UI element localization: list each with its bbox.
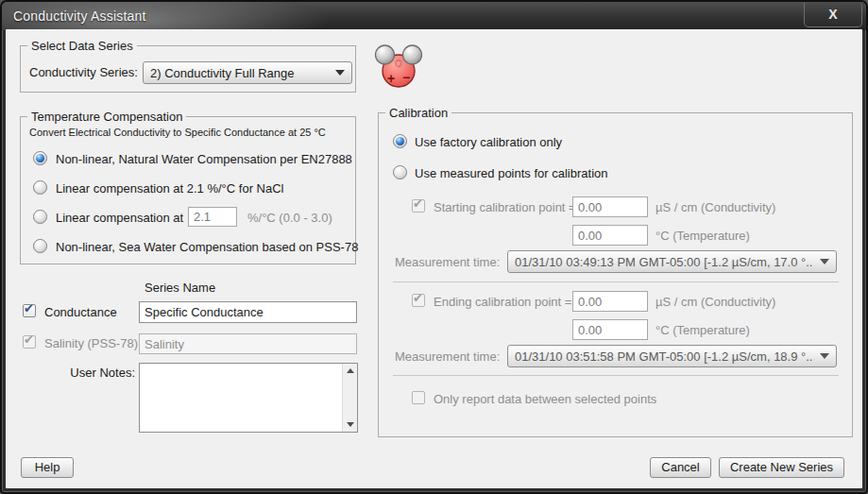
custom-compensation-input [188, 207, 237, 227]
salinity-checkbox: ✔ [23, 335, 36, 349]
starting-conductivity-unit: µS / cm (Conductivity) [655, 200, 775, 214]
radio-factory-calibration-label[interactable]: Use factory calibration only [415, 135, 562, 149]
check-icon: ✔ [413, 196, 423, 211]
starting-point-label: Starting calibration point = [434, 200, 576, 214]
starting-point-checkbox: ✔ [412, 199, 425, 213]
ending-temperature-input [572, 319, 648, 340]
plus-icon: + [387, 71, 395, 86]
radio-linear-nacl-label[interactable]: Linear compensation at 2.1 %/°C for NaCl [56, 181, 283, 196]
ending-conductivity-input [572, 291, 648, 312]
minus-icon: − [402, 70, 410, 85]
only-report-checkbox [412, 391, 425, 404]
select-data-series-group: Select Data Series Conductivity Series: … [20, 45, 356, 93]
user-notes-textarea[interactable] [140, 364, 341, 432]
starting-conductivity-input [572, 196, 648, 217]
ending-measurement-time-value: 01/31/10 03:51:58 PM GMT-05:00 [-1.2 µS/… [508, 349, 813, 364]
calibration-separator [393, 375, 839, 376]
user-notes-label: User Notes: [25, 366, 135, 380]
starting-measurement-time-value: 01/31/10 03:49:13 PM GMT-05:00 [-1.2 µS/… [508, 255, 813, 269]
radio-linear-custom-label[interactable]: Linear compensation at [56, 211, 183, 225]
user-notes-box [139, 363, 358, 433]
ending-point-checkbox: ✔ [412, 294, 425, 307]
starting-temperature-unit: °C (Temperature) [655, 229, 750, 243]
conductivity-assistant-dialog: Conductivity Assistant X Select Data Ser… [0, 0, 868, 494]
scroll-down-icon[interactable] [343, 417, 358, 432]
calibration-group: Calibration Use factory calibration only… [378, 112, 853, 437]
conductivity-series-dropdown[interactable]: 2) Conductivity Full Range [143, 61, 352, 84]
title-bar: Conductivity Assistant X [2, 2, 866, 30]
temperature-compensation-group-title: Temperature Compensation [27, 110, 186, 124]
conductance-name-input[interactable] [139, 301, 357, 323]
radio-nonlinear-natural-water[interactable] [33, 151, 47, 165]
temperature-compensation-group: Temperature Compensation Convert Electri… [20, 116, 356, 264]
cancel-button[interactable]: Cancel [650, 457, 711, 478]
only-report-checkbox-label: Only report data between selected points [434, 392, 656, 406]
calibration-separator [393, 281, 839, 282]
check-icon: ✔ [413, 291, 423, 305]
dropdown-arrow-icon [813, 353, 836, 359]
ending-measurement-time-dropdown: 01/31/10 03:51:58 PM GMT-05:00 [-1.2 µS/… [507, 345, 837, 367]
salinity-checkbox-label: Salinity (PSS-78) [44, 336, 138, 350]
conductivity-series-label: Conductivity Series: [29, 65, 138, 79]
close-icon: X [828, 7, 837, 22]
starting-measurement-time-dropdown: 01/31/10 03:49:13 PM GMT-05:00 [-1.2 µS/… [507, 250, 837, 273]
dialog-content: Select Data Series Conductivity Series: … [6, 29, 862, 488]
ending-measurement-time-label: Measurement time: [395, 349, 500, 364]
select-data-series-group-title: Select Data Series [27, 39, 137, 53]
water-molecule-icon: O + − [374, 43, 423, 92]
window-title: Conductivity Assistant [13, 9, 146, 24]
create-new-series-button[interactable]: Create New Series [719, 457, 844, 478]
dropdown-arrow-icon [813, 259, 836, 264]
dropdown-arrow-icon [329, 70, 351, 76]
starting-measurement-time-label: Measurement time: [395, 255, 500, 269]
oxygen-label: O [395, 59, 402, 69]
check-icon: ✔ [24, 301, 34, 315]
starting-temperature-input [572, 225, 648, 246]
ending-point-label: Ending calibration point = [434, 295, 571, 309]
conductivity-series-value: 2) Conductivity Full Range [144, 66, 329, 80]
radio-nonlinear-sea-water-label[interactable]: Non-linear, Sea Water Compensation based… [56, 240, 358, 254]
conductance-checkbox[interactable]: ✔ [23, 304, 36, 317]
check-icon: ✔ [24, 332, 34, 347]
scroll-up-icon[interactable] [343, 364, 358, 378]
radio-linear-custom[interactable] [33, 210, 47, 224]
radio-factory-calibration[interactable] [393, 134, 407, 148]
ending-conductivity-unit: µS / cm (Conductivity) [655, 295, 775, 309]
help-button[interactable]: Help [21, 457, 74, 478]
radio-nonlinear-natural-water-label[interactable]: Non-linear, Natural Water Compensation p… [56, 152, 352, 166]
close-button[interactable]: X [804, 2, 862, 27]
salinity-name-input [139, 333, 357, 354]
custom-compensation-unit-label: %/°C (0.0 - 3.0) [247, 211, 332, 225]
radio-measured-points-label[interactable]: Use measured points for calibration [415, 166, 608, 180]
conductance-checkbox-label[interactable]: Conductance [44, 305, 117, 319]
series-name-header: Series Name [145, 281, 215, 295]
compensation-subtitle: Convert Electrical Conductivity to Speci… [29, 127, 326, 138]
radio-nonlinear-sea-water[interactable] [33, 239, 47, 253]
radio-measured-points[interactable] [393, 165, 407, 179]
user-notes-scrollbar[interactable] [342, 364, 357, 432]
ending-temperature-unit: °C (Temperature) [655, 323, 750, 337]
calibration-group-title: Calibration [385, 106, 451, 120]
radio-linear-nacl[interactable] [33, 180, 47, 195]
